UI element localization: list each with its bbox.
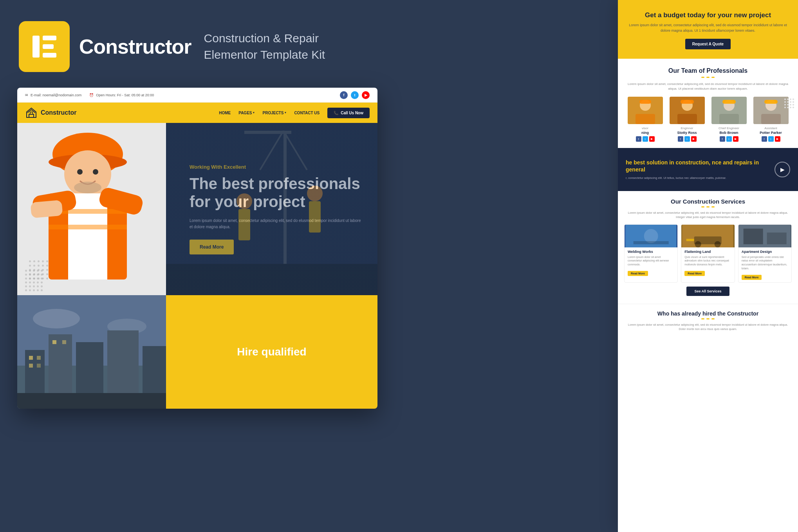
svg-point-49 (237, 193, 252, 209)
service-desc-apartment: Sed ut perspiciatis unde omnis iste natu… (742, 255, 788, 271)
site-logo-text: Constructor (41, 109, 77, 116)
svg-rect-1 (43, 36, 56, 40)
site-logo: Constructor (25, 106, 77, 119)
svg-rect-18 (761, 114, 781, 124)
nav-pages[interactable]: PAGES ▾ (238, 111, 255, 115)
service-name-flattening: Flattening Land (684, 250, 731, 254)
member-role: Chief Engineer (710, 126, 748, 130)
nav-contact[interactable]: CONTACT US (294, 111, 320, 115)
svg-point-21 (644, 229, 658, 243)
twitter-icon: t (768, 136, 774, 142)
member-photo-supervisor (628, 97, 663, 124)
dot-grid-decoration (784, 99, 794, 108)
svg-point-56 (33, 309, 80, 328)
team-grid: visor ning f t ▶ Enginn (626, 97, 790, 142)
svg-point-34 (77, 169, 83, 175)
brand-name: Constructor (79, 35, 191, 58)
svg-rect-63 (29, 356, 33, 360)
team-section: Our Team of Professionals Lorem ipsum do… (618, 59, 798, 148)
nav-home[interactable]: HOME (219, 111, 231, 115)
budget-section: Get a budget today for your new project … (618, 0, 798, 59)
hero-left-panel (17, 123, 166, 295)
member-socials: f t ▶ (668, 136, 706, 142)
svg-point-51 (307, 186, 323, 201)
service-body-flattening: Flattening Land Quis vivum ut sunt repre… (681, 247, 734, 278)
strip-right-content: Hire qualified (166, 295, 377, 409)
facebook-icon: f (678, 136, 683, 142)
call-us-now-button[interactable]: 📞 Call Us Now (327, 108, 370, 118)
site-hero: Working With Excellent The best professi… (17, 123, 377, 295)
svg-rect-0 (32, 36, 40, 58)
kit-description: Construction & Repair Elementor Template… (204, 30, 325, 63)
nav-links: HOME PAGES ▾ PROJECTS ▾ CONTACT US (219, 111, 320, 115)
service-card-flattening: Flattening Land Quis vivum ut sunt repre… (681, 224, 735, 283)
video-text: he best solution in construction, nce an… (626, 159, 769, 180)
service-body-1: Welding Works Lorem ipsum dolor sit amet… (625, 247, 677, 278)
budget-desc: Lorem ipsum dolor sit amet, consectetur … (629, 23, 787, 33)
service-read-more-flattening[interactable]: Read More (684, 271, 705, 276)
service-read-more-apartment[interactable]: Read More (742, 275, 762, 280)
member-name: Potter Parker (751, 131, 790, 135)
svg-rect-67 (52, 340, 56, 344)
facebook-icon: f (720, 136, 725, 142)
facebook-topbar-icon[interactable]: f (340, 91, 348, 99)
service-img-1 (625, 225, 677, 247)
member-photo-chief (711, 97, 747, 124)
svg-rect-3 (43, 53, 56, 58)
topbar-contact-info: ✉ E-mail: noemail@nodomain.com ⏰ Open Ho… (25, 93, 154, 97)
hours-info: ⏰ Open Hours: Fri - Sat: 05:00 at 20:00 (89, 93, 154, 97)
member-role: Enginner (668, 126, 706, 130)
service-card-1: Welding Works Lorem ipsum dolor sit amet… (624, 224, 678, 283)
svg-point-26 (715, 241, 721, 247)
clock-icon: ⏰ (89, 93, 94, 97)
twitter-icon: t (726, 136, 732, 142)
team-member-chief: Chief Engineer Bob Brown f t ▶ (710, 97, 748, 142)
svg-rect-7 (639, 100, 651, 104)
email-info: ✉ E-mail: noemail@nodomain.com (25, 93, 81, 97)
svg-rect-66 (37, 364, 41, 368)
see-all-services-button[interactable]: See All Services (686, 287, 729, 296)
team-accent-dots (626, 77, 790, 78)
service-name-apartment: Apartment Design (742, 250, 788, 254)
services-section: Our Construction Services Lorem ipsum do… (618, 191, 798, 304)
service-card-apartment: Apartment Design Sed ut perspiciatis und… (738, 224, 792, 283)
hired-section: Who has already hired the Constructor Lo… (618, 304, 798, 338)
svg-point-35 (93, 169, 98, 175)
request-quote-button[interactable]: Request A Quote (685, 39, 731, 49)
member-socials: f t ▶ (710, 136, 748, 142)
facebook-icon: f (762, 136, 767, 142)
video-section: he best solution in construction, nce an… (618, 148, 798, 191)
hire-qualified-title: Hire qualified (229, 337, 314, 366)
youtube-topbar-icon[interactable]: ▶ (362, 91, 370, 99)
member-name: Bob Brown (710, 131, 748, 135)
budget-title: Get a budget today for your new project (629, 11, 787, 20)
chevron-down-icon: ▾ (253, 111, 255, 114)
services-grid: Welding Works Lorem ipsum dolor sit amet… (624, 224, 792, 283)
nav-projects[interactable]: PROJECTS ▾ (262, 111, 286, 115)
team-member-supervisor: visor ning f t ▶ (626, 97, 664, 142)
team-title: Our Team of Professionals (626, 67, 790, 74)
svg-point-25 (695, 241, 701, 247)
hero-right-panel: Working With Excellent The best professi… (166, 123, 377, 295)
svg-rect-29 (743, 229, 763, 244)
header-area: Constructor Construction & Repair Elemen… (19, 21, 325, 72)
site-topbar: ✉ E-mail: noemail@nodomain.com ⏰ Open Ho… (17, 88, 377, 103)
service-read-more-1[interactable]: Read More (628, 271, 648, 276)
twitter-icon: t (643, 136, 648, 142)
svg-point-36 (74, 182, 101, 193)
member-socials: f t ▶ (626, 136, 664, 142)
member-socials: f t ▶ (751, 136, 790, 142)
svg-rect-40 (49, 225, 127, 229)
svg-rect-15 (722, 100, 736, 104)
service-name-1: Welding Works (628, 250, 674, 254)
youtube-icon: ▶ (649, 136, 655, 142)
services-accent-dots (624, 206, 792, 207)
play-button[interactable]: ▶ (775, 162, 790, 177)
right-panel: Get a budget today for your new project … (618, 0, 798, 532)
twitter-topbar-icon[interactable]: t (351, 91, 359, 99)
svg-rect-68 (62, 340, 66, 344)
email-icon: ✉ (25, 93, 28, 97)
youtube-icon: ▶ (775, 136, 780, 142)
chevron-down-icon: ▾ (285, 111, 286, 114)
site-nav: Constructor HOME PAGES ▾ PROJECTS ▾ CONT… (17, 103, 377, 123)
